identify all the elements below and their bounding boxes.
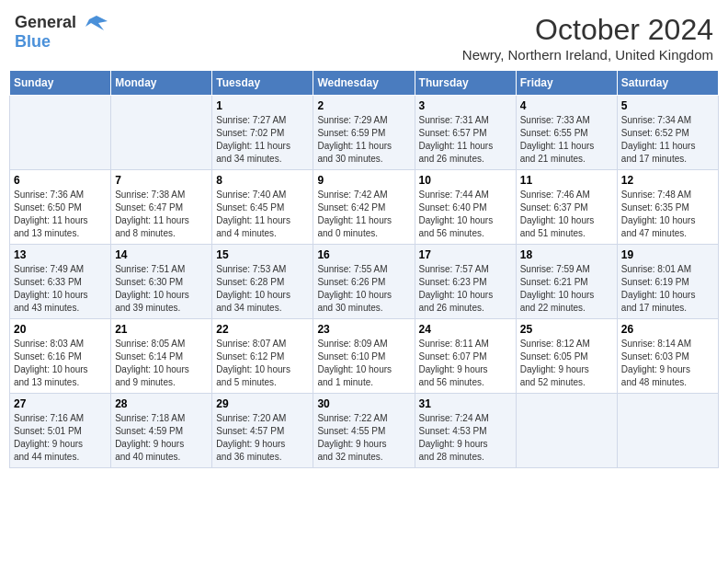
day-number: 7 — [115, 174, 208, 187]
calendar-cell: 27Sunrise: 7:16 AM Sunset: 5:01 PM Dayli… — [10, 394, 111, 468]
calendar-cell: 21Sunrise: 8:05 AM Sunset: 6:14 PM Dayli… — [111, 319, 212, 394]
calendar-week-row: 20Sunrise: 8:03 AM Sunset: 6:16 PM Dayli… — [10, 319, 719, 394]
day-info: Sunrise: 7:42 AM Sunset: 6:42 PM Dayligh… — [317, 189, 410, 240]
day-number: 22 — [216, 323, 309, 336]
calendar-cell: 2Sunrise: 7:29 AM Sunset: 6:59 PM Daylig… — [313, 96, 415, 170]
calendar-cell: 24Sunrise: 8:11 AM Sunset: 6:07 PM Dayli… — [415, 319, 516, 394]
day-info: Sunrise: 7:36 AM Sunset: 6:50 PM Dayligh… — [14, 189, 107, 240]
day-info: Sunrise: 7:33 AM Sunset: 6:55 PM Dayligh… — [520, 114, 613, 166]
header-day-saturday: Saturday — [617, 71, 718, 96]
calendar-cell: 8Sunrise: 7:40 AM Sunset: 6:45 PM Daylig… — [212, 170, 313, 245]
calendar-cell: 13Sunrise: 7:49 AM Sunset: 6:33 PM Dayli… — [10, 245, 111, 319]
day-number: 17 — [419, 248, 512, 261]
day-info: Sunrise: 8:05 AM Sunset: 6:14 PM Dayligh… — [115, 338, 208, 389]
calendar-cell: 29Sunrise: 7:20 AM Sunset: 4:57 PM Dayli… — [212, 394, 313, 468]
day-info: Sunrise: 7:22 AM Sunset: 4:55 PM Dayligh… — [317, 412, 410, 464]
day-number: 21 — [115, 323, 208, 336]
day-number: 20 — [14, 323, 107, 336]
day-info: Sunrise: 8:01 AM Sunset: 6:19 PM Dayligh… — [621, 263, 714, 315]
day-info: Sunrise: 7:27 AM Sunset: 7:02 PM Dayligh… — [216, 114, 309, 166]
calendar-cell: 14Sunrise: 7:51 AM Sunset: 6:30 PM Dayli… — [111, 245, 212, 319]
calendar-cell: 9Sunrise: 7:42 AM Sunset: 6:42 PM Daylig… — [313, 170, 415, 245]
location-text: Newry, Northern Ireland, United Kingdom — [462, 47, 713, 63]
calendar-week-row: 1Sunrise: 7:27 AM Sunset: 7:02 PM Daylig… — [10, 96, 719, 170]
header-day-tuesday: Tuesday — [212, 71, 313, 96]
day-number: 5 — [621, 99, 714, 112]
day-number: 4 — [520, 99, 613, 112]
month-title: October 2024 — [462, 13, 713, 47]
day-number: 28 — [115, 397, 208, 410]
calendar-cell: 25Sunrise: 8:12 AM Sunset: 6:05 PM Dayli… — [516, 319, 617, 394]
calendar-cell: 5Sunrise: 7:34 AM Sunset: 6:52 PM Daylig… — [617, 96, 718, 170]
day-number: 9 — [317, 174, 410, 187]
day-info: Sunrise: 7:40 AM Sunset: 6:45 PM Dayligh… — [216, 189, 309, 240]
day-number: 16 — [317, 248, 410, 261]
day-info: Sunrise: 7:16 AM Sunset: 5:01 PM Dayligh… — [14, 412, 107, 464]
day-number: 8 — [216, 174, 309, 187]
day-number: 3 — [419, 99, 512, 112]
day-number: 25 — [520, 323, 613, 336]
calendar-cell: 30Sunrise: 7:22 AM Sunset: 4:55 PM Dayli… — [313, 394, 415, 468]
day-number: 30 — [317, 397, 410, 410]
calendar-cell: 23Sunrise: 8:09 AM Sunset: 6:10 PM Dayli… — [313, 319, 415, 394]
day-number: 26 — [621, 323, 714, 336]
calendar-cell: 10Sunrise: 7:44 AM Sunset: 6:40 PM Dayli… — [415, 170, 516, 245]
day-info: Sunrise: 8:03 AM Sunset: 6:16 PM Dayligh… — [14, 338, 107, 389]
calendar-cell: 20Sunrise: 8:03 AM Sunset: 6:16 PM Dayli… — [10, 319, 111, 394]
day-number: 29 — [216, 397, 309, 410]
day-number: 2 — [317, 99, 410, 112]
logo-bird-icon — [78, 14, 108, 32]
day-info: Sunrise: 7:18 AM Sunset: 4:59 PM Dayligh… — [115, 412, 208, 464]
calendar-cell: 6Sunrise: 7:36 AM Sunset: 6:50 PM Daylig… — [10, 170, 111, 245]
calendar-cell: 12Sunrise: 7:48 AM Sunset: 6:35 PM Dayli… — [617, 170, 718, 245]
day-number: 18 — [520, 248, 613, 261]
logo-text-blue: Blue — [15, 32, 51, 52]
day-number: 10 — [419, 174, 512, 187]
calendar-week-row: 27Sunrise: 7:16 AM Sunset: 5:01 PM Dayli… — [10, 394, 719, 468]
calendar-cell: 17Sunrise: 7:57 AM Sunset: 6:23 PM Dayli… — [415, 245, 516, 319]
calendar-cell: 26Sunrise: 8:14 AM Sunset: 6:03 PM Dayli… — [617, 319, 718, 394]
day-number: 14 — [115, 248, 208, 261]
calendar-cell: 31Sunrise: 7:24 AM Sunset: 4:53 PM Dayli… — [415, 394, 516, 468]
day-info: Sunrise: 7:31 AM Sunset: 6:57 PM Dayligh… — [419, 114, 512, 166]
day-info: Sunrise: 8:07 AM Sunset: 6:12 PM Dayligh… — [216, 338, 309, 389]
day-info: Sunrise: 7:51 AM Sunset: 6:30 PM Dayligh… — [115, 263, 208, 315]
calendar-cell: 7Sunrise: 7:38 AM Sunset: 6:47 PM Daylig… — [111, 170, 212, 245]
day-info: Sunrise: 7:53 AM Sunset: 6:28 PM Dayligh… — [216, 263, 309, 315]
day-info: Sunrise: 7:44 AM Sunset: 6:40 PM Dayligh… — [419, 189, 512, 240]
day-info: Sunrise: 8:12 AM Sunset: 6:05 PM Dayligh… — [520, 338, 613, 389]
header-day-sunday: Sunday — [10, 71, 111, 96]
day-info: Sunrise: 7:34 AM Sunset: 6:52 PM Dayligh… — [621, 114, 714, 166]
calendar-header-row: SundayMondayTuesdayWednesdayThursdayFrid… — [10, 71, 719, 96]
header-day-monday: Monday — [111, 71, 212, 96]
calendar-cell — [617, 394, 718, 468]
header-day-wednesday: Wednesday — [313, 71, 415, 96]
calendar-cell: 16Sunrise: 7:55 AM Sunset: 6:26 PM Dayli… — [313, 245, 415, 319]
calendar-cell — [111, 96, 212, 170]
calendar-cell: 19Sunrise: 8:01 AM Sunset: 6:19 PM Dayli… — [617, 245, 718, 319]
day-number: 15 — [216, 248, 309, 261]
day-info: Sunrise: 7:48 AM Sunset: 6:35 PM Dayligh… — [621, 189, 714, 240]
calendar-cell: 11Sunrise: 7:46 AM Sunset: 6:37 PM Dayli… — [516, 170, 617, 245]
calendar-cell: 15Sunrise: 7:53 AM Sunset: 6:28 PM Dayli… — [212, 245, 313, 319]
day-info: Sunrise: 7:55 AM Sunset: 6:26 PM Dayligh… — [317, 263, 410, 315]
day-info: Sunrise: 7:20 AM Sunset: 4:57 PM Dayligh… — [216, 412, 309, 464]
calendar-cell: 4Sunrise: 7:33 AM Sunset: 6:55 PM Daylig… — [516, 96, 617, 170]
day-info: Sunrise: 7:46 AM Sunset: 6:37 PM Dayligh… — [520, 189, 613, 240]
svg-marker-0 — [85, 16, 108, 30]
calendar-table: SundayMondayTuesdayWednesdayThursdayFrid… — [9, 70, 719, 468]
day-info: Sunrise: 7:59 AM Sunset: 6:21 PM Dayligh… — [520, 263, 613, 315]
day-number: 11 — [520, 174, 613, 187]
day-number: 1 — [216, 99, 309, 112]
calendar-cell: 18Sunrise: 7:59 AM Sunset: 6:21 PM Dayli… — [516, 245, 617, 319]
day-number: 13 — [14, 248, 107, 261]
calendar-cell: 3Sunrise: 7:31 AM Sunset: 6:57 PM Daylig… — [415, 96, 516, 170]
day-info: Sunrise: 8:14 AM Sunset: 6:03 PM Dayligh… — [621, 338, 714, 389]
day-info: Sunrise: 7:38 AM Sunset: 6:47 PM Dayligh… — [115, 189, 208, 240]
day-info: Sunrise: 7:57 AM Sunset: 6:23 PM Dayligh… — [419, 263, 512, 315]
day-info: Sunrise: 8:11 AM Sunset: 6:07 PM Dayligh… — [419, 338, 512, 389]
page-header: General Blue October 2024 Newry, Norther… — [9, 9, 719, 66]
day-number: 19 — [621, 248, 714, 261]
calendar-cell — [516, 394, 617, 468]
calendar-cell: 22Sunrise: 8:07 AM Sunset: 6:12 PM Dayli… — [212, 319, 313, 394]
